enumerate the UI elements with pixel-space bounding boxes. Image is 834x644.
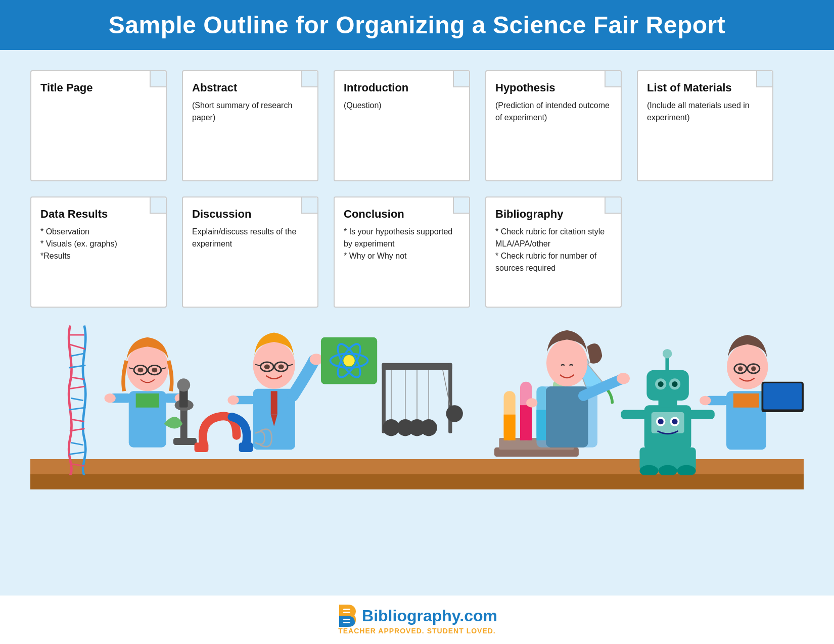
svg-point-45 — [279, 364, 284, 369]
svg-point-36 — [310, 354, 323, 365]
svg-rect-73 — [520, 405, 532, 440]
card-title-page-heading: Title Page — [40, 81, 157, 94]
boy-atom — [195, 332, 378, 452]
illustration-svg — [30, 316, 804, 475]
svg-rect-53 — [382, 363, 452, 370]
svg-point-96 — [658, 381, 664, 387]
svg-point-79 — [617, 373, 630, 384]
svg-point-106 — [700, 395, 711, 405]
card-conclusion: Conclusion * Is your hypothesis supporte… — [334, 196, 470, 308]
page-title: Sample Outline for Organizing a Science … — [20, 11, 814, 39]
svg-line-5 — [70, 386, 85, 389]
footer-brand-name: Bibliography.com — [362, 607, 497, 625]
svg-point-91 — [672, 419, 677, 424]
boy-tablet — [700, 335, 804, 450]
footer-brand: Bibliography.com — [337, 605, 497, 627]
svg-rect-119 — [343, 622, 350, 623]
card-title-page: Title Page — [30, 70, 167, 181]
svg-line-10 — [71, 442, 83, 445]
card-abstract-body: (Short summary of research paper) — [192, 100, 308, 124]
girl-pouring — [526, 330, 630, 448]
illustration-area — [30, 323, 804, 515]
svg-point-81 — [546, 339, 588, 386]
svg-point-115 — [751, 366, 756, 371]
svg-rect-14 — [136, 393, 159, 408]
svg-line-4 — [70, 377, 84, 379]
svg-rect-52 — [239, 442, 253, 452]
svg-point-99 — [663, 349, 672, 359]
svg-rect-101 — [689, 410, 715, 419]
svg-point-37 — [227, 395, 239, 405]
card-data-results-body: * Observation * Visuals (ex. graphs) *Re… — [40, 226, 157, 262]
cards-row-2: Data Results * Observation * Visuals (ex… — [30, 196, 804, 308]
card-bibliography-body: * Check rubric for citation style MLA/AP… — [495, 226, 612, 274]
svg-point-25 — [137, 368, 143, 372]
table-front — [30, 474, 804, 489]
svg-point-80 — [526, 398, 537, 408]
footer-logo: Bibliography.com TEACHER APPROVED. STUDE… — [337, 605, 497, 635]
card-list-of-materials-body: (Include all materials used in experimen… — [647, 100, 763, 124]
svg-line-11 — [69, 452, 85, 455]
svg-rect-93 — [646, 370, 688, 400]
cards-row-1: Title Page Abstract (Short summary of re… — [30, 70, 804, 181]
card-introduction-body: (Question) — [344, 100, 460, 112]
svg-rect-33 — [271, 391, 277, 414]
card-list-of-materials: List of Materials (Include all materials… — [637, 70, 773, 181]
svg-point-17 — [105, 393, 116, 403]
svg-rect-72 — [504, 414, 516, 440]
footer: Bibliography.com TEACHER APPROVED. STUDE… — [0, 596, 834, 644]
card-list-of-materials-heading: List of Materials — [647, 81, 763, 94]
card-hypothesis: Hypothesis (Prediction of intended outco… — [485, 70, 622, 181]
card-hypothesis-heading: Hypothesis — [495, 81, 612, 94]
card-discussion: Discussion Explain/discuss results of th… — [182, 196, 318, 308]
page-header: Sample Outline for Organizing a Science … — [0, 0, 834, 50]
girl-microscope — [105, 337, 197, 447]
footer-tagline: TEACHER APPROVED. STUDENT LOVED. — [338, 627, 496, 635]
svg-point-64 — [420, 419, 437, 436]
card-discussion-body: Explain/discuss results of the experimen… — [192, 226, 308, 250]
svg-rect-109 — [763, 383, 802, 409]
robot — [621, 349, 714, 475]
svg-line-2 — [71, 354, 83, 356]
card-conclusion-body: * Is your hypothesis supported by experi… — [344, 226, 460, 262]
card-introduction-heading: Introduction — [344, 81, 460, 94]
main-content: Title Page Abstract (Short summary of re… — [0, 50, 834, 596]
card-conclusion-heading: Conclusion — [344, 208, 460, 221]
svg-line-6 — [71, 398, 83, 401]
card-abstract-heading: Abstract — [192, 81, 308, 94]
svg-line-1 — [69, 344, 85, 349]
card-data-results-heading: Data Results — [40, 208, 157, 221]
svg-rect-51 — [195, 442, 209, 452]
svg-rect-117 — [343, 612, 350, 613]
svg-point-90 — [658, 419, 664, 424]
svg-rect-118 — [343, 619, 350, 620]
card-abstract: Abstract (Short summary of research pape… — [182, 70, 318, 181]
svg-rect-55 — [448, 363, 452, 433]
svg-point-47 — [343, 355, 354, 366]
svg-point-31 — [177, 378, 190, 391]
svg-rect-100 — [621, 410, 646, 419]
svg-point-114 — [738, 366, 743, 371]
card-bibliography-heading: Bibliography — [495, 208, 612, 221]
card-data-results: Data Results * Observation * Visuals (ex… — [30, 196, 167, 308]
bibliography-logo-icon — [337, 605, 357, 627]
svg-point-44 — [264, 364, 270, 369]
card-hypothesis-body: (Prediction of intended outcome of exper… — [495, 100, 612, 124]
svg-point-65 — [446, 405, 462, 422]
card-bibliography: Bibliography * Check rubric for citation… — [485, 196, 622, 308]
card-introduction: Introduction (Question) — [334, 70, 470, 181]
svg-point-26 — [152, 368, 157, 372]
dna-helix — [69, 325, 85, 475]
svg-rect-28 — [173, 438, 197, 445]
cards-grid: Title Page Abstract (Short summary of re… — [30, 70, 804, 308]
newtons-cradle — [382, 363, 462, 436]
svg-rect-116 — [343, 609, 350, 610]
card-discussion-heading: Discussion — [192, 208, 308, 221]
svg-point-97 — [672, 381, 677, 387]
svg-rect-103 — [733, 393, 759, 408]
